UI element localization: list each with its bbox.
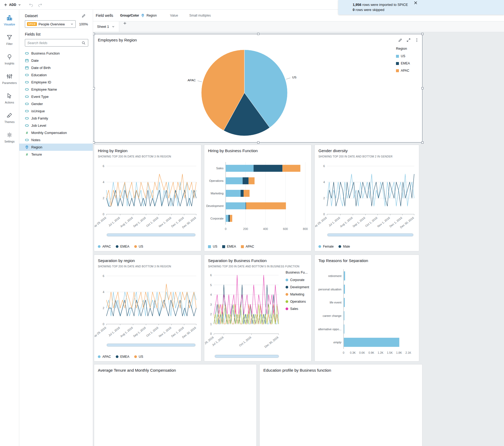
visual-panel-separation-by-region[interactable]: Separation by regionSHOWING TOP 200 IN D… (94, 255, 201, 362)
legend-label: US (139, 245, 143, 248)
line-chart[interactable]: 0123456May 29, 2016Jul 1, 2016Oct 1, 201… (205, 269, 281, 351)
visual-menu-button[interactable] (415, 38, 419, 42)
legend-item[interactable]: Development (286, 285, 309, 289)
legend-item[interactable]: Male (338, 245, 350, 248)
svg-text:200: 200 (243, 227, 248, 230)
dataset-selector[interactable]: SPICE People Overview (25, 20, 76, 28)
legend-item[interactable]: EMEA (396, 61, 410, 65)
edit-dataset-pencil-icon[interactable] (82, 14, 86, 18)
add-sheet-button[interactable] (119, 21, 130, 25)
resize-handle-nw[interactable] (93, 33, 95, 35)
stacked-bar-h-chart[interactable]: 0200400600800SalesOperationsMarketingDev… (205, 156, 310, 241)
legend-item[interactable]: Marketing (286, 293, 309, 296)
chart-scrollbar-thumb[interactable] (107, 234, 195, 236)
numeric-icon: # (25, 131, 29, 135)
add-button[interactable]: ADD (4, 3, 21, 7)
field-well-group-color[interactable]: Group/Color Region (120, 14, 157, 17)
visual-panel-hiring-by-business-function[interactable]: Hiring by Business Function0200400600800… (204, 145, 311, 251)
chart-scrollbar-thumb[interactable] (328, 234, 413, 236)
field-item-region[interactable]: Region (19, 144, 93, 151)
visual-panel-separation-by-business-function[interactable]: Separation by Business FunctionSHOWING T… (204, 255, 311, 362)
legend-item[interactable]: Operations (286, 300, 309, 303)
field-item-event-type[interactable]: Event Type (19, 93, 93, 100)
legend-item[interactable]: US (396, 54, 410, 58)
svg-text:6: 6 (103, 164, 104, 168)
visual-panel-hiring-by-region[interactable]: Hiring by RegionSHOWING TOP 200 IN DATE … (94, 145, 201, 251)
svg-text:Aug 1, 2016: Aug 1, 2016 (339, 216, 353, 228)
visual-panel-gender-diversity[interactable]: Gender diversitySHOWING TOP 200 IN DATE … (314, 145, 419, 251)
field-item-employee-name[interactable]: Employee Name (19, 86, 93, 93)
field-well-value[interactable]: Value (170, 14, 178, 17)
sidebar-item-visualize[interactable]: Visualize (0, 14, 19, 34)
maximize-visual-button[interactable] (406, 38, 411, 42)
legend-item[interactable]: US (134, 355, 143, 359)
legend-item[interactable]: APAC (396, 69, 410, 72)
legend-item[interactable]: EMEA (116, 355, 129, 359)
svg-text:Sales: Sales (216, 167, 224, 170)
visual-panel-top-reasons-for-separation[interactable]: Top Reasons for Separation00.3K0.6K0.9K1… (314, 255, 419, 362)
field-item-tenure[interactable]: #Tenure (19, 151, 93, 158)
resize-handle-n[interactable] (257, 33, 259, 35)
legend-item[interactable]: APAC (98, 355, 111, 359)
redo-icon[interactable] (38, 2, 43, 7)
legend-item[interactable]: Sales (286, 307, 309, 311)
field-item-gender[interactable]: Gender (19, 100, 93, 107)
svg-text:Oct 1, 2016: Oct 1, 2016 (145, 326, 159, 337)
sidebar-item-actions[interactable]: Actions (0, 93, 19, 112)
sidebar-item-filter[interactable]: Filter (0, 34, 19, 53)
sidebar-item-settings[interactable]: Settings (0, 132, 19, 151)
add-button-label: ADD (9, 3, 16, 7)
svg-text:1.5K: 1.5K (387, 351, 393, 354)
resize-handle-sw[interactable] (93, 141, 95, 144)
legend-item[interactable]: US (134, 245, 143, 248)
sidebar-item-parameters[interactable]: Parameters (0, 73, 19, 93)
legend-item[interactable]: EMEA (222, 245, 236, 248)
field-well-small-multiples[interactable]: Small multiples (189, 14, 211, 17)
legend-swatch (286, 300, 288, 303)
legend-item[interactable]: EMEA (116, 245, 129, 248)
pie-chart[interactable]: USAPAC (94, 34, 422, 143)
undo-icon[interactable] (29, 2, 33, 7)
field-item-date[interactable]: Date (19, 57, 93, 64)
field-item-job-level[interactable]: Job Level (19, 122, 93, 129)
field-item-education[interactable]: Education (19, 71, 93, 79)
field-item-employee-id[interactable]: Employee ID (19, 79, 93, 86)
sidebar-item-insights[interactable]: Insights (0, 53, 19, 73)
bar-h-chart[interactable]: 00.3K0.6K0.9K1.2K1.5K1.8K2.1Kretirementp… (315, 266, 418, 360)
resize-handle-s[interactable] (257, 141, 259, 144)
field-item-isunique[interactable]: isUnique (19, 107, 93, 115)
edit-visual-button[interactable] (398, 38, 402, 42)
close-icon[interactable] (414, 1, 418, 5)
line-chart[interactable]: 0246May 29, 2016Jul 1, 2016Aug 1, 2016Se… (315, 159, 418, 237)
resize-handle-w[interactable] (93, 87, 95, 89)
visual-panel-employees-by-region[interactable]: Employees by RegionUSAPACRegionUSEMEAAPA… (94, 34, 422, 143)
resize-handle-e[interactable] (421, 87, 424, 89)
tab-sheet-1[interactable]: Sheet 1 (93, 21, 119, 32)
legend-item[interactable]: US (208, 245, 217, 248)
legend-item[interactable]: APAC (98, 245, 111, 248)
chart-scrollbar-thumb[interactable] (215, 355, 279, 357)
svg-text:6: 6 (103, 274, 104, 278)
legend-item[interactable]: Corporate (286, 278, 309, 282)
legend-swatch (222, 245, 225, 248)
field-item-notes[interactable]: Notes (19, 136, 93, 144)
field-item-label: Employee ID (31, 80, 51, 84)
line-chart[interactable]: 0246May 29, 2016Jul 1, 2016Aug 1, 2016Se… (95, 159, 200, 237)
visual-panel-education-profile-by-business-function[interactable]: Education profile by Business function (259, 364, 422, 446)
resize-handle-ne[interactable] (421, 33, 424, 35)
line-chart[interactable]: 0246May 29, 2016Jul 1, 2016Aug 1, 2016Se… (95, 269, 200, 347)
chart-scrollbar-thumb[interactable] (107, 344, 195, 346)
chart-title: Gender diversity (318, 148, 348, 153)
legend-item[interactable]: APAC (241, 245, 254, 248)
sidebar-item-themes[interactable]: Themes (0, 112, 19, 132)
field-item-business-function[interactable]: Business Function (19, 50, 93, 57)
field-item-date-of-birth[interactable]: Date of Birth (19, 64, 93, 71)
field-item-job-family[interactable]: Job Family (19, 115, 93, 122)
visual-panel-average-tenure-and-monthly-compensation[interactable]: Average Tenure and Monthly Compensation (94, 364, 257, 446)
search-fields-input[interactable] (25, 41, 82, 45)
resize-handle-se[interactable] (421, 141, 424, 144)
field-item-monthly-compensation[interactable]: #Monthly Compensation (19, 129, 93, 136)
legend-item[interactable]: Female (318, 245, 334, 248)
svg-text:2: 2 (103, 197, 104, 200)
sidebar-item-label: Settings (5, 140, 15, 143)
